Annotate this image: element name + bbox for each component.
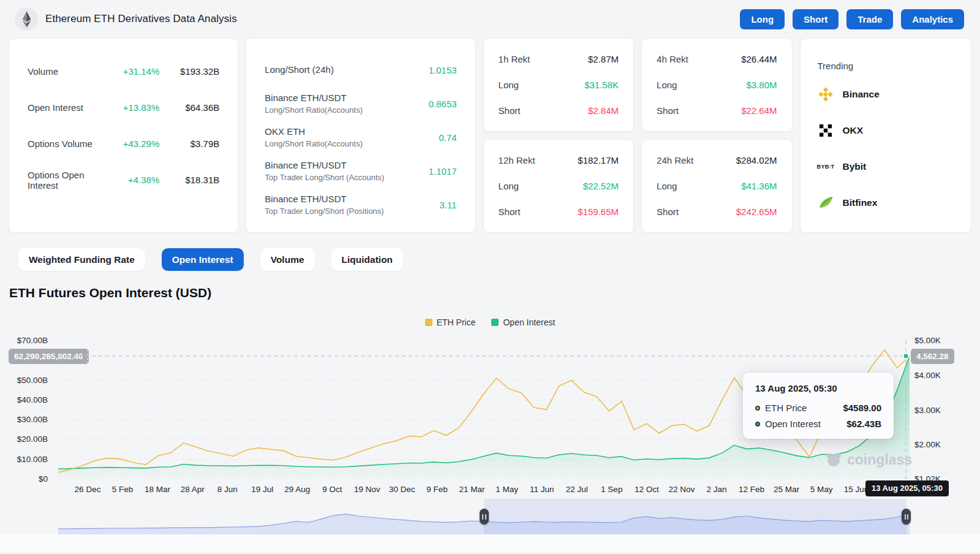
x-axis-tick: 8 Jun	[217, 485, 238, 494]
x-axis-tick: 11 Jun	[530, 485, 554, 494]
legend-item-eth-price[interactable]: ETH Price	[425, 317, 476, 327]
y-axis-right-tick: $4.00K	[914, 371, 963, 381]
x-axis-tick: 9 Oct	[322, 485, 342, 494]
trending-item-label: Bitfinex	[843, 197, 878, 208]
chart-section: $70.00B$50.00B$40.00B$30.00B$20.00B$10.0…	[0, 336, 980, 552]
tab-liquidation[interactable]: Liquidation	[331, 248, 404, 271]
chart-tooltip: 13 Aug 2025, 05:30 ETH Price $4589.00 Op…	[743, 373, 894, 439]
rekt-card-1h: 1h Rekt$2.87M Long$31.58K Short$2.84M	[483, 38, 634, 132]
ratio-row: Binance ETH/USDT Top Trader Long/Short (…	[265, 154, 456, 188]
rekt-long-value: $22.52M	[583, 181, 619, 191]
y-axis-left-tick: $70.00B	[0, 336, 48, 346]
rekt-short-label: Short	[657, 105, 741, 116]
tab-open-interest[interactable]: Open Interest	[162, 248, 244, 271]
bitfinex-icon	[818, 194, 834, 211]
short-button[interactable]: Short	[793, 9, 839, 29]
coinglass-watermark: coinglass	[824, 451, 912, 468]
bottom-strip	[0, 534, 980, 552]
long-short-ratios-card: Long/Short (24h) 1.0153 Binance ETH/USDT…	[246, 38, 475, 233]
stat-value: $193.32B	[159, 66, 219, 77]
crosshair-date-badge: 13 Aug 2025, 05:30	[865, 480, 949, 496]
y-axis-right-tick: $2.00K	[914, 440, 963, 450]
ratio-sublabel: Long/Short Ratio(Accounts)	[265, 139, 439, 149]
stat-change: +31.14%	[110, 66, 159, 77]
trending-item-binance[interactable]: Binance	[818, 76, 954, 112]
stat-value: $18.31B	[159, 175, 219, 185]
rekt-long-label: Long	[499, 80, 585, 90]
x-axis-tick: 29 Aug	[284, 485, 310, 494]
rekt-title: 1h Rekt	[499, 54, 588, 64]
ratio-sublabel: Long/Short Ratio(Accounts)	[265, 105, 428, 115]
x-axis-tick: 30 Dec	[389, 485, 415, 494]
chart-title: ETH Futures Open Interest (USD)	[0, 286, 980, 300]
trending-title: Trending	[818, 61, 954, 71]
rekt-column-right: 4h Rekt$26.44M Long$3.80M Short$22.64M 2…	[641, 38, 792, 233]
x-axis-tick: 22 Jul	[566, 485, 588, 494]
x-axis-tick: 2 Jan	[706, 485, 726, 494]
trending-item-label: OKX	[843, 125, 864, 136]
trending-item-okx[interactable]: OKX	[818, 112, 954, 148]
eth-price-dot-icon	[755, 406, 760, 411]
x-axis-tick: 9 Feb	[426, 485, 448, 494]
analytics-button[interactable]: Analytics	[901, 9, 964, 29]
rekt-short-label: Short	[499, 105, 588, 116]
stat-label: Options Open Interest	[28, 170, 110, 191]
ratio-value: 0.74	[439, 132, 456, 143]
tooltip-series-name: ETH Price	[765, 403, 843, 413]
stats-cards-row: Volume +31.14% $193.32B Open Interest +1…	[0, 38, 980, 233]
x-axis-tick: 26 Dec	[75, 485, 101, 494]
stat-label: Open Interest	[28, 102, 110, 113]
x-axis: 26 Dec5 Feb18 Mar28 Apr8 Jun19 Jul29 Aug…	[58, 485, 910, 496]
rekt-title: 12h Rekt	[499, 155, 578, 165]
okx-icon	[818, 124, 834, 137]
ratio-label: Binance ETH/USDT	[265, 194, 439, 205]
legend-label: Open Interest	[503, 317, 555, 327]
navigator-right-handle-icon[interactable]	[902, 509, 911, 525]
eth-price-swatch-icon	[425, 319, 432, 326]
rekt-short-value: $242.65M	[736, 207, 777, 217]
ratio-row: Binance ETH/USDT Top Trader Long/Short (…	[265, 188, 456, 222]
watermark-text: coinglass	[847, 452, 912, 468]
long-button[interactable]: Long	[740, 9, 785, 29]
trade-button[interactable]: Trade	[846, 9, 893, 29]
navigator-left-handle-icon[interactable]	[480, 509, 489, 525]
y-axis-left-tick: $20.00B	[0, 434, 48, 444]
x-axis-tick: 18 Mar	[145, 485, 170, 494]
rekt-long-value: $41.36M	[741, 181, 777, 191]
stat-value: $3.79B	[159, 138, 219, 149]
rekt-total: $284.02M	[736, 155, 777, 165]
rekt-long-label: Long	[657, 80, 746, 90]
tab-weighted-funding-rate[interactable]: Weighted Funding Rate	[18, 248, 145, 271]
tooltip-series-value: $4589.00	[843, 403, 881, 413]
ratio-sublabel: Top Trader Long/Short (Accounts)	[265, 173, 428, 183]
chart-legend: ETH Price Open Interest	[0, 317, 980, 327]
x-axis-tick: 1 Sep	[601, 485, 622, 494]
x-axis-tick: 5 Feb	[112, 485, 134, 494]
ratio-sublabel: Top Trader Long/Short (Positions)	[265, 207, 439, 216]
legend-label: ETH Price	[437, 317, 476, 327]
tab-volume[interactable]: Volume	[260, 248, 315, 271]
tooltip-row-eth-price: ETH Price $4589.00	[755, 403, 881, 413]
ratio-label: Long/Short (24h)	[265, 64, 428, 76]
trending-card: Trending Binance	[800, 38, 972, 233]
y-axis-left-tick: $40.00B	[0, 395, 48, 405]
rekt-column-left: 1h Rekt$2.87M Long$31.58K Short$2.84M 12…	[483, 38, 634, 233]
trending-item-bybit[interactable]: BYBIT Bybit	[818, 148, 954, 184]
chart-tabs: Weighted Funding Rate Open Interest Volu…	[0, 248, 980, 271]
ratio-row: Binance ETH/USDT Long/Short Ratio(Accoun…	[265, 87, 456, 121]
x-axis-tick: 19 Nov	[354, 485, 380, 494]
rekt-card-12h: 12h Rekt$182.17M Long$22.52M Short$159.6…	[483, 139, 634, 233]
current-price-axis-badge: 4,562.28	[911, 349, 954, 364]
coinglass-bear-icon	[824, 451, 843, 468]
stat-value: $64.36B	[159, 102, 219, 113]
binance-icon	[818, 86, 834, 102]
stat-change: +13.83%	[110, 102, 159, 113]
legend-item-open-interest[interactable]: Open Interest	[491, 317, 555, 327]
x-axis-tick: 1 May	[496, 485, 518, 494]
rekt-title: 24h Rekt	[657, 155, 736, 165]
stat-label: Volume	[28, 66, 110, 77]
rekt-short-label: Short	[499, 207, 578, 217]
ratio-value: 1.1017	[429, 166, 457, 176]
rekt-short-value: $159.65M	[578, 207, 619, 217]
trending-item-bitfinex[interactable]: Bitfinex	[818, 184, 954, 221]
